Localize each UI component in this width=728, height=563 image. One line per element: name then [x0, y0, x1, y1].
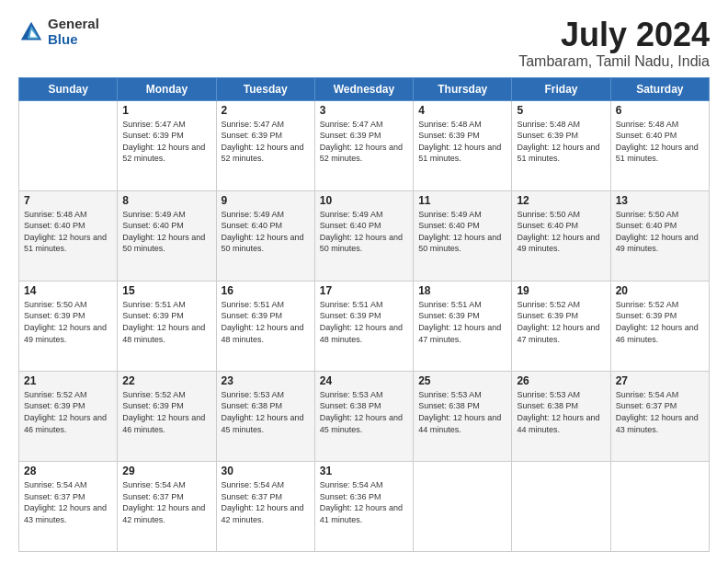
- cell-w5-d2: 29Sunrise: 5:54 AMSunset: 6:37 PMDayligh…: [118, 461, 216, 551]
- day-number: 31: [320, 465, 408, 477]
- cell-w3-d5: 18Sunrise: 5:51 AMSunset: 6:39 PMDayligh…: [414, 281, 512, 371]
- cell-w2-d6: 12Sunrise: 5:50 AMSunset: 6:40 PMDayligh…: [512, 190, 610, 281]
- cell-w2-d3: 9Sunrise: 5:49 AMSunset: 6:40 PMDaylight…: [216, 190, 314, 281]
- cell-w3-d6: 19Sunrise: 5:52 AMSunset: 6:39 PMDayligh…: [512, 281, 610, 371]
- col-saturday: Saturday: [610, 77, 709, 100]
- day-number: 29: [122, 465, 210, 477]
- col-monday: Monday: [118, 77, 216, 100]
- cell-info: Sunrise: 5:54 AMSunset: 6:37 PMDaylight:…: [616, 389, 704, 435]
- cell-info: Sunrise: 5:53 AMSunset: 6:38 PMDaylight:…: [222, 389, 310, 435]
- day-number: 1: [122, 104, 210, 117]
- cell-info: Sunrise: 5:52 AMSunset: 6:39 PMDaylight:…: [517, 299, 605, 345]
- header: General Blue July 2024 Tambaram, Tamil N…: [18, 17, 710, 70]
- day-number: 21: [24, 374, 112, 387]
- day-number: 10: [320, 194, 408, 207]
- cell-info: Sunrise: 5:47 AMSunset: 6:39 PMDaylight:…: [122, 119, 210, 165]
- cell-w1-d6: 5Sunrise: 5:48 AMSunset: 6:39 PMDaylight…: [512, 100, 610, 190]
- cell-info: Sunrise: 5:47 AMSunset: 6:39 PMDaylight:…: [222, 119, 310, 165]
- col-thursday: Thursday: [414, 77, 512, 100]
- cell-info: Sunrise: 5:48 AMSunset: 6:39 PMDaylight:…: [517, 119, 605, 165]
- day-number: 23: [222, 374, 310, 387]
- cell-w1-d1: [19, 100, 118, 190]
- cell-w1-d7: 6Sunrise: 5:48 AMSunset: 6:40 PMDaylight…: [610, 100, 709, 190]
- day-number: 13: [616, 194, 704, 207]
- cell-info: Sunrise: 5:52 AMSunset: 6:39 PMDaylight:…: [122, 389, 210, 435]
- cell-info: Sunrise: 5:50 AMSunset: 6:40 PMDaylight:…: [517, 209, 605, 255]
- day-number: 2: [222, 104, 310, 117]
- cell-info: Sunrise: 5:47 AMSunset: 6:39 PMDaylight:…: [320, 119, 408, 165]
- calendar-table: Sunday Monday Tuesday Wednesday Thursday…: [18, 77, 710, 552]
- cell-info: Sunrise: 5:53 AMSunset: 6:38 PMDaylight:…: [418, 389, 506, 435]
- cell-info: Sunrise: 5:51 AMSunset: 6:39 PMDaylight:…: [222, 299, 310, 345]
- day-number: 18: [418, 284, 506, 297]
- logo-text: General Blue: [48, 17, 99, 47]
- cell-w1-d5: 4Sunrise: 5:48 AMSunset: 6:39 PMDaylight…: [414, 100, 512, 190]
- cell-info: Sunrise: 5:49 AMSunset: 6:40 PMDaylight:…: [122, 209, 210, 255]
- calendar-header-row: Sunday Monday Tuesday Wednesday Thursday…: [19, 77, 710, 100]
- cell-info: Sunrise: 5:48 AMSunset: 6:39 PMDaylight:…: [418, 119, 506, 165]
- cell-w5-d7: [610, 461, 709, 551]
- col-sunday: Sunday: [19, 77, 118, 100]
- cell-w3-d3: 16Sunrise: 5:51 AMSunset: 6:39 PMDayligh…: [216, 281, 314, 371]
- cell-w2-d2: 8Sunrise: 5:49 AMSunset: 6:40 PMDaylight…: [118, 190, 216, 281]
- day-number: 17: [320, 284, 408, 297]
- cell-info: Sunrise: 5:54 AMSunset: 6:37 PMDaylight:…: [24, 479, 112, 525]
- week-row-1: 1Sunrise: 5:47 AMSunset: 6:39 PMDaylight…: [19, 100, 710, 190]
- cell-w5-d3: 30Sunrise: 5:54 AMSunset: 6:37 PMDayligh…: [216, 461, 314, 551]
- cell-w2-d4: 10Sunrise: 5:49 AMSunset: 6:40 PMDayligh…: [314, 190, 413, 281]
- day-number: 25: [418, 374, 506, 387]
- cell-w1-d2: 1Sunrise: 5:47 AMSunset: 6:39 PMDaylight…: [118, 100, 216, 190]
- cell-info: Sunrise: 5:49 AMSunset: 6:40 PMDaylight:…: [320, 209, 408, 255]
- logo: General Blue: [18, 17, 99, 47]
- main-title: July 2024: [518, 17, 710, 53]
- day-number: 19: [517, 284, 605, 297]
- cell-w5-d6: [512, 461, 610, 551]
- title-block: July 2024 Tambaram, Tamil Nadu, India: [518, 17, 710, 70]
- day-number: 16: [222, 284, 310, 297]
- logo-general-text: General: [48, 17, 99, 32]
- cell-info: Sunrise: 5:49 AMSunset: 6:40 PMDaylight:…: [222, 209, 310, 255]
- col-tuesday: Tuesday: [216, 77, 314, 100]
- cell-info: Sunrise: 5:50 AMSunset: 6:40 PMDaylight:…: [616, 209, 704, 255]
- week-row-3: 14Sunrise: 5:50 AMSunset: 6:39 PMDayligh…: [19, 281, 710, 371]
- logo-icon: [18, 19, 44, 45]
- cell-info: Sunrise: 5:53 AMSunset: 6:38 PMDaylight:…: [517, 389, 605, 435]
- col-friday: Friday: [512, 77, 610, 100]
- day-number: 27: [616, 374, 704, 387]
- day-number: 22: [122, 374, 210, 387]
- col-wednesday: Wednesday: [314, 77, 413, 100]
- cell-info: Sunrise: 5:51 AMSunset: 6:39 PMDaylight:…: [122, 299, 210, 345]
- cell-w4-d5: 25Sunrise: 5:53 AMSunset: 6:38 PMDayligh…: [414, 371, 512, 461]
- day-number: 30: [222, 465, 310, 477]
- cell-info: Sunrise: 5:52 AMSunset: 6:39 PMDaylight:…: [24, 389, 112, 435]
- cell-w5-d4: 31Sunrise: 5:54 AMSunset: 6:36 PMDayligh…: [314, 461, 413, 551]
- cell-w2-d7: 13Sunrise: 5:50 AMSunset: 6:40 PMDayligh…: [610, 190, 709, 281]
- cell-info: Sunrise: 5:49 AMSunset: 6:40 PMDaylight:…: [418, 209, 506, 255]
- week-row-2: 7Sunrise: 5:48 AMSunset: 6:40 PMDaylight…: [19, 190, 710, 281]
- cell-info: Sunrise: 5:54 AMSunset: 6:37 PMDaylight:…: [222, 479, 310, 525]
- day-number: 7: [24, 194, 112, 207]
- day-number: 15: [122, 284, 210, 297]
- subtitle: Tambaram, Tamil Nadu, India: [518, 53, 710, 70]
- cell-w4-d3: 23Sunrise: 5:53 AMSunset: 6:38 PMDayligh…: [216, 371, 314, 461]
- cell-info: Sunrise: 5:51 AMSunset: 6:39 PMDaylight:…: [418, 299, 506, 345]
- day-number: 14: [24, 284, 112, 297]
- cell-w4-d2: 22Sunrise: 5:52 AMSunset: 6:39 PMDayligh…: [118, 371, 216, 461]
- day-number: 26: [517, 374, 605, 387]
- day-number: 3: [320, 104, 408, 117]
- day-number: 11: [418, 194, 506, 207]
- cell-w1-d3: 2Sunrise: 5:47 AMSunset: 6:39 PMDaylight…: [216, 100, 314, 190]
- cell-w4-d6: 26Sunrise: 5:53 AMSunset: 6:38 PMDayligh…: [512, 371, 610, 461]
- cell-w3-d7: 20Sunrise: 5:52 AMSunset: 6:39 PMDayligh…: [610, 281, 709, 371]
- cell-info: Sunrise: 5:54 AMSunset: 6:37 PMDaylight:…: [122, 479, 210, 525]
- cell-info: Sunrise: 5:50 AMSunset: 6:39 PMDaylight:…: [24, 299, 112, 345]
- cell-info: Sunrise: 5:48 AMSunset: 6:40 PMDaylight:…: [24, 209, 112, 255]
- day-number: 8: [122, 194, 210, 207]
- cell-w2-d5: 11Sunrise: 5:49 AMSunset: 6:40 PMDayligh…: [414, 190, 512, 281]
- page: General Blue July 2024 Tambaram, Tamil N…: [0, 0, 728, 563]
- cell-info: Sunrise: 5:54 AMSunset: 6:36 PMDaylight:…: [320, 479, 408, 525]
- week-row-4: 21Sunrise: 5:52 AMSunset: 6:39 PMDayligh…: [19, 371, 710, 461]
- logo-blue-text: Blue: [48, 32, 99, 48]
- day-number: 28: [24, 465, 112, 477]
- cell-info: Sunrise: 5:51 AMSunset: 6:39 PMDaylight:…: [320, 299, 408, 345]
